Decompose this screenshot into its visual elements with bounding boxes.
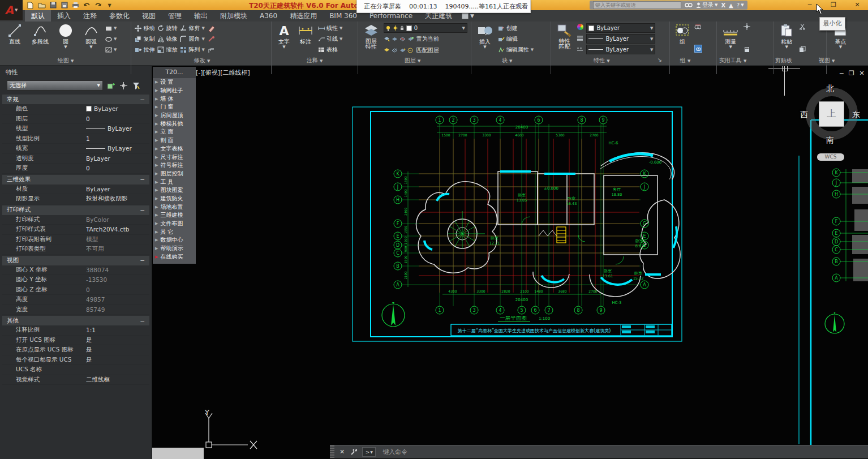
selection-dropdown[interactable]: 无选择▼ [7,80,103,91]
t20-item[interactable]: ▶场地布置 [153,203,196,211]
undo-button[interactable] [83,1,91,9]
collapse-icon[interactable]: − [140,96,145,103]
viewcube-west-label[interactable]: 西 [800,110,808,120]
t20-item[interactable]: ▶立 面 [153,128,196,136]
panel-label-groups[interactable]: 组 ▼ [664,57,706,65]
expand-arrow-icon[interactable]: ▶ [155,163,158,168]
close-button[interactable]: ✕ [850,1,865,9]
command-prompt-icon[interactable]: >▼ [362,447,376,457]
viewcube-east-label[interactable]: 东 [852,110,860,120]
panel-label-view[interactable]: 视图 ▼ [809,57,845,65]
t20-item[interactable]: ▶楼梯其他 [153,119,196,128]
property-row[interactable]: 阴影显示投射和接收阴影 [2,194,149,204]
save-as-button[interactable] [60,1,68,9]
expand-arrow-icon[interactable]: ▶ [155,196,158,201]
tab-featured-apps[interactable]: 精选应用 [283,10,323,22]
app-menu-button[interactable]: A ▼ [0,0,23,20]
property-row[interactable]: 线型比例1 [2,134,149,144]
t20-item[interactable]: ▶墙 体 [153,95,196,103]
polyline-button[interactable]: 多段线 [29,23,51,45]
trim-button[interactable]: 修剪▼ [180,23,204,33]
viewcube-south-label[interactable]: 南 [826,135,834,145]
save-button[interactable] [49,1,57,9]
redo-button[interactable] [94,1,102,9]
layer-dropdown[interactable]: 0▼ [384,23,467,33]
panel-label-properties[interactable]: 特性 ▼ ↘ [546,57,664,65]
t20-item[interactable]: ▶剖 面 [153,136,196,145]
expand-arrow-icon[interactable]: ▶ [155,221,158,226]
viewcube-north-label[interactable]: 北 [826,84,834,94]
line-button[interactable]: 直线 [3,23,26,45]
expand-arrow-icon[interactable]: ▶ [155,213,158,217]
adjacent-plan-partial[interactable]: KJHFEDCBA [792,110,868,450]
t20-item[interactable]: ▶符号标注 [153,161,196,170]
panel-label-layers[interactable]: 图层 ▼ [357,57,468,65]
section-header[interactable]: 打印样式− [2,205,149,215]
property-row[interactable]: 打开 UCS 图标是 [2,336,149,346]
panel-label-annotate[interactable]: 注释 ▼ [273,57,356,65]
search-icon[interactable] [685,2,693,8]
expand-arrow-icon[interactable]: ▶ [155,105,158,109]
panel-label-block[interactable]: 块 ▼ [469,57,545,65]
property-row[interactable]: 视觉样式二维线框 [2,375,149,385]
tab-view[interactable]: 视图 [136,10,162,22]
collapse-icon[interactable]: − [140,176,145,183]
edit-attributes-button[interactable]: 编辑属性▼ [498,45,534,55]
group-button[interactable]: 组 [673,23,691,45]
fillet-button[interactable]: 圆角▼ [180,34,204,44]
expand-arrow-icon[interactable]: ▶ [155,230,158,234]
panel-label-modify[interactable]: 修改 ▼ [132,57,272,65]
stretch-button[interactable]: 拉伸 [135,45,154,55]
floor-plan-drawing[interactable]: 123468913456789KJHFEDCBAKJGEDA2040020400… [352,105,683,344]
expand-arrow-icon[interactable]: ▶ [155,188,158,192]
minimize-button[interactable]: ─ [802,1,817,9]
command-bar-grip[interactable] [330,445,334,458]
wcs-dropdown[interactable]: WCS [817,153,844,161]
property-row[interactable]: UCS 名称 [2,365,149,375]
id-point-icon[interactable] [744,23,750,30]
expand-arrow-icon[interactable]: ▶ [155,180,158,185]
panel-label-clipboard[interactable]: 剪贴板 [759,57,808,65]
property-row[interactable]: 注释比例1:1 [2,325,149,336]
qat-customize-button[interactable]: ▼ [105,1,114,9]
property-row[interactable]: 打印表类型不可用 [2,244,149,255]
command-line-bar[interactable]: ✕ >▼ 键入命令 [330,445,868,458]
linear-dim-button[interactable]: 线性▼ [318,23,342,33]
expand-arrow-icon[interactable]: ▶ [155,171,158,176]
property-row[interactable]: 圆心 Z 坐标0 [2,285,149,295]
command-close-icon[interactable]: ✕ [340,448,345,456]
property-row[interactable]: 线型ByLayer [2,124,149,134]
search-input[interactable] [593,1,681,9]
toggle-pickadd-icon[interactable] [106,81,115,90]
text-button[interactable]: A 文字▼ [275,23,293,49]
property-row[interactable]: 打印样式表TArch20V4.ctb [2,225,149,235]
collapse-icon[interactable]: − [140,318,145,324]
select-objects-icon[interactable] [119,81,128,90]
dimension-button[interactable]: 标注 [296,23,315,45]
property-row[interactable]: 颜色ByLayer [2,104,149,114]
t20-item[interactable]: ▶三维建模 [153,211,196,220]
t20-item[interactable]: ▶在线购买 [153,252,196,261]
group-edit-icon[interactable] [694,45,702,53]
section-header[interactable]: 视图− [2,256,149,265]
paste-button[interactable]: 粘贴▼ [777,23,796,49]
array-button[interactable]: 阵列▼ [180,45,204,55]
expand-arrow-icon[interactable]: ▶ [155,155,158,160]
move-button[interactable]: 移动 [135,23,154,33]
panel-label-draw[interactable]: 绘图 ▼ [0,57,131,65]
expand-arrow-icon[interactable]: ▶ [155,122,158,126]
t20-item[interactable]: ▶门 窗 [153,103,196,111]
circle-button[interactable]: 圆▼ [54,23,77,49]
t20-item[interactable]: ▶图层控制 [153,170,196,178]
copy-clip-icon[interactable] [799,46,806,53]
tab-default[interactable]: 默认 [25,10,51,22]
panel-label-utilities[interactable]: 实用工具 ▼ [707,57,759,65]
mirror-button[interactable]: 镜像 [157,34,177,44]
property-row[interactable]: 厚度0 [2,164,149,174]
open-file-button[interactable] [37,1,46,9]
insert-block-button[interactable]: 插入▼ [475,23,495,49]
new-file-button[interactable] [26,1,35,9]
collapse-icon[interactable]: − [140,257,145,264]
tab-annotate[interactable]: 注释 [77,10,103,22]
property-row[interactable]: 材质ByLayer [2,185,149,195]
